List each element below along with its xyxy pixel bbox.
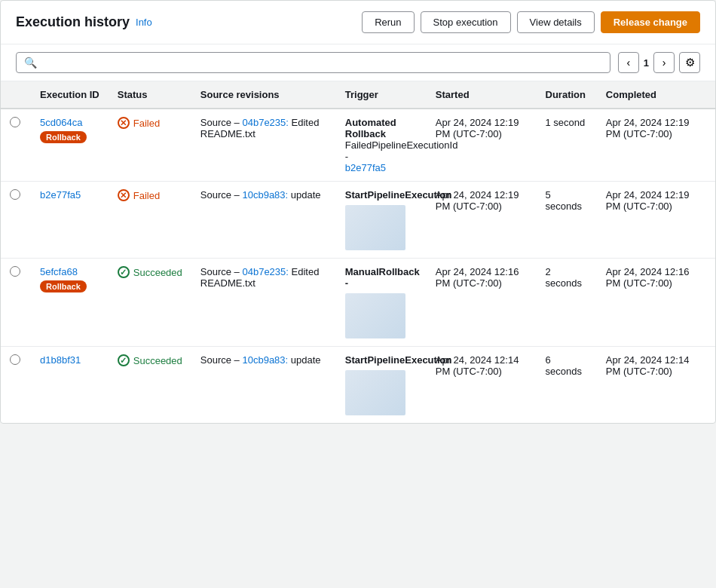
col-duration: Duration	[537, 81, 597, 109]
succeeded-icon: ✓	[118, 354, 130, 366]
page-title: Execution history	[16, 14, 130, 30]
source-prefix: Source –	[200, 189, 243, 201]
trigger-cell: StartPipelineExecution	[336, 182, 427, 259]
source-prefix: Source –	[200, 117, 243, 128]
search-bar: 🔍 ‹ 1 › ⚙	[1, 44, 715, 81]
status-label: Succeeded	[133, 267, 182, 278]
execution-id-link[interactable]: d1b8bf31	[40, 354, 99, 366]
info-link[interactable]: Info	[136, 17, 152, 28]
source-desc: update	[288, 189, 320, 201]
execution-id-link[interactable]: 5cd064ca	[40, 117, 99, 128]
table-row: b2e77fa5✕FailedSource – 10cb9a83: update…	[1, 182, 715, 259]
trigger-image	[345, 293, 405, 338]
completed-cell: Apr 24, 2024 12:19 PM (UTC-7:00)	[597, 182, 715, 259]
status-badge: ✓Succeeded	[118, 266, 182, 278]
col-select	[1, 81, 31, 109]
trigger-cell: StartPipelineExecution	[336, 347, 427, 424]
execution-id-link[interactable]: 5efcfa68	[40, 266, 99, 277]
source-prefix: Source –	[200, 354, 243, 366]
trigger-cell: ManualRollback -	[336, 259, 427, 347]
status-cell: ✓Succeeded	[109, 347, 191, 424]
status-cell: ✕Failed	[109, 182, 191, 259]
col-status: Status	[109, 81, 191, 109]
col-source-revisions: Source revisions	[191, 81, 336, 109]
trigger-image	[345, 205, 405, 250]
row-select-cell	[1, 259, 31, 347]
status-cell: ✕Failed	[109, 109, 191, 182]
completed-cell: Apr 24, 2024 12:16 PM (UTC-7:00)	[597, 259, 715, 347]
status-badge: ✕Failed	[118, 189, 182, 201]
trigger-title: Automated Rollback	[345, 117, 396, 139]
rollback-badge: Rollback	[40, 131, 87, 143]
stop-execution-button[interactable]: Stop execution	[421, 11, 511, 33]
header-actions: Rerun Stop execution View details Releas…	[362, 11, 700, 33]
page-number: 1	[644, 57, 649, 69]
status-badge: ✕Failed	[118, 117, 182, 129]
trigger-link[interactable]: b2e77fa5	[345, 162, 386, 173]
trigger-cell: Automated RollbackFailedPipelineExecutio…	[336, 109, 427, 182]
duration-cell: 2 seconds	[537, 259, 597, 347]
table-header-row: Execution ID Status Source revisions Tri…	[1, 81, 715, 109]
execution-id-link[interactable]: b2e77fa5	[40, 189, 99, 201]
row-radio[interactable]	[10, 189, 20, 200]
settings-button[interactable]: ⚙	[679, 52, 700, 73]
table-row: 5cd064caRollback✕FailedSource – 04b7e235…	[1, 109, 715, 182]
source-prefix: Source –	[200, 266, 243, 277]
source-revisions-cell: Source – 04b7e235: Edited README.txt	[191, 259, 336, 347]
started-cell: Apr 24, 2024 12:16 PM (UTC-7:00)	[427, 259, 537, 347]
failed-icon: ✕	[118, 117, 130, 129]
status-badge: ✓Succeeded	[118, 354, 182, 366]
row-select-cell	[1, 182, 31, 259]
col-completed: Completed	[597, 81, 715, 109]
duration-cell: 1 second	[537, 109, 597, 182]
source-link[interactable]: 10cb9a83:	[242, 189, 288, 201]
row-radio[interactable]	[10, 354, 20, 365]
source-link[interactable]: 04b7e235:	[242, 266, 288, 277]
source-link[interactable]: 10cb9a83:	[242, 354, 288, 366]
page-header: Execution history Info Rerun Stop execut…	[1, 1, 715, 44]
table-row: d1b8bf31✓SucceededSource – 10cb9a83: upd…	[1, 347, 715, 424]
execution-table: Execution ID Status Source revisions Tri…	[1, 81, 715, 423]
source-desc: update	[288, 354, 320, 366]
source-revisions-cell: Source – 10cb9a83: update	[191, 347, 336, 424]
completed-cell: Apr 24, 2024 12:19 PM (UTC-7:00)	[597, 109, 715, 182]
started-cell: Apr 24, 2024 12:19 PM (UTC-7:00)	[427, 182, 537, 259]
search-wrapper: 🔍	[16, 52, 610, 73]
status-label: Failed	[133, 190, 160, 201]
source-revisions-cell: Source – 04b7e235: Edited README.txt	[191, 109, 336, 182]
row-select-cell	[1, 347, 31, 424]
started-cell: Apr 24, 2024 12:14 PM (UTC-7:00)	[427, 347, 537, 424]
failed-icon: ✕	[118, 189, 130, 201]
prev-page-button[interactable]: ‹	[618, 52, 639, 73]
duration-cell: 6 seconds	[537, 347, 597, 424]
col-execution-id: Execution ID	[31, 81, 109, 109]
search-icon: 🔍	[24, 57, 37, 69]
succeeded-icon: ✓	[118, 266, 130, 278]
execution-id-cell: 5cd064caRollback	[31, 109, 109, 182]
source-revisions-cell: Source – 10cb9a83: update	[191, 182, 336, 259]
trigger-title: ManualRollback -	[345, 266, 420, 289]
release-change-button[interactable]: Release change	[601, 11, 700, 33]
col-started: Started	[427, 81, 537, 109]
execution-id-cell: 5efcfa68Rollback	[31, 259, 109, 347]
row-select-cell	[1, 109, 31, 182]
next-page-button[interactable]: ›	[653, 52, 675, 73]
pagination: ‹ 1 › ⚙	[618, 52, 700, 73]
status-label: Failed	[133, 118, 160, 129]
status-label: Succeeded	[133, 355, 182, 366]
status-cell: ✓Succeeded	[109, 259, 191, 347]
completed-cell: Apr 24, 2024 12:14 PM (UTC-7:00)	[597, 347, 715, 424]
rerun-button[interactable]: Rerun	[362, 11, 414, 33]
view-details-button[interactable]: View details	[517, 11, 595, 33]
row-radio[interactable]	[10, 266, 20, 277]
trigger-subtitle: FailedPipelineExecutionId -	[345, 139, 418, 162]
source-link[interactable]: 04b7e235:	[242, 117, 288, 128]
row-radio[interactable]	[10, 117, 20, 127]
trigger-image	[345, 370, 405, 415]
search-input[interactable]	[43, 57, 602, 69]
col-trigger: Trigger	[336, 81, 427, 109]
execution-id-cell: b2e77fa5	[31, 182, 109, 259]
execution-id-cell: d1b8bf31	[31, 347, 109, 424]
table-row: 5efcfa68Rollback✓SucceededSource – 04b7e…	[1, 259, 715, 347]
rollback-badge: Rollback	[40, 280, 87, 292]
